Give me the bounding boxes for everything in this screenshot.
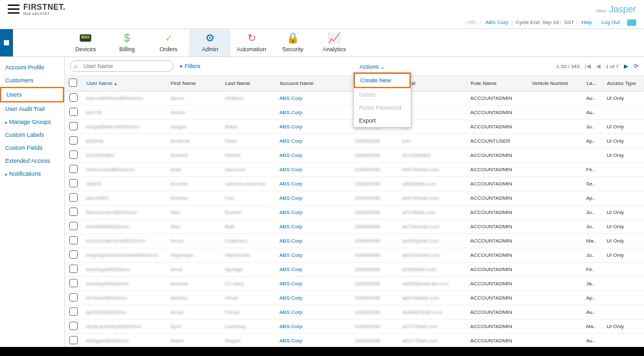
brand-logo: FIRSTNET. Built with AT&T — [23, 3, 65, 16]
nav-analytics[interactable]: 📈Analytics — [314, 29, 355, 56]
sidebar-item-users[interactable]: Users — [0, 87, 64, 102]
row-checkbox[interactable] — [69, 165, 78, 173]
breadcrumb-org[interactable]: mffs — [466, 19, 476, 25]
table-row[interactable]: AprilLaventeyABSDemo April Laventey ABS … — [65, 320, 644, 334]
filters-button[interactable]: Filters — [179, 63, 200, 69]
breadcrumb-account[interactable]: ABS Corp — [485, 19, 509, 25]
col-header[interactable]: La... — [582, 76, 603, 91]
breadcrumb: mffs| ABS Corp| Cycle End: Sep 18| SST| … — [0, 18, 644, 29]
mail-icon[interactable] — [627, 19, 636, 26]
row-checkbox[interactable] — [69, 279, 78, 287]
action-reset-password: Reset Password — [354, 101, 411, 114]
refresh-icon[interactable]: ⟳ — [634, 63, 639, 69]
table-row[interactable]: ap480rABSDemo Annie Parker ABS Corp 1000… — [65, 305, 644, 320]
row-checkbox[interactable] — [69, 136, 78, 145]
sidebar-item-user-audit-trail[interactable]: User Audit Trail — [0, 102, 64, 115]
security-icon: 🔒 — [272, 32, 314, 45]
row-checkbox[interactable] — [69, 236, 78, 244]
automation-icon: ↻ — [231, 32, 272, 45]
page-indicator: 1 of 7 — [606, 64, 619, 69]
analytics-icon: 📈 — [314, 32, 355, 45]
row-checkbox[interactable] — [69, 265, 78, 273]
col-header[interactable]: Role Name — [466, 76, 528, 91]
nav-devices[interactable]: 📟Devices — [65, 29, 106, 56]
breadcrumb-tz: SST — [564, 19, 575, 25]
footer-bar — [0, 347, 644, 356]
search-icon: ⌕ — [74, 62, 78, 69]
search-input[interactable] — [70, 60, 174, 72]
row-checkbox[interactable] — [69, 250, 78, 259]
table-row[interactable]: aoleanyABSadmin Andrew O'Leany ABS Corp … — [65, 277, 644, 291]
table-row[interactable]: AnpeageABSdemo Anne Npeage ABS Corp 1000… — [65, 263, 644, 277]
sidebar-item-account-profile[interactable]: Account Profile — [0, 61, 64, 74]
table-row[interactable]: AlexDumanABSDemo Alex Duman ABS Corp 100… — [65, 206, 644, 220]
breadcrumb-cycle: Cycle End: Sep 18 — [516, 19, 558, 25]
row-checkbox[interactable] — [69, 93, 78, 102]
sidebar-item-extended-access[interactable]: Extended Access — [0, 154, 64, 167]
table-row[interactable]: A12528ABS Andrew Hebert ABS Corp 1000000… — [65, 148, 644, 163]
partner-logo: ciscoJasper — [596, 4, 636, 14]
page-prev-icon[interactable]: ◀ — [596, 63, 601, 69]
row-checkbox[interactable] — [69, 336, 78, 344]
row-checkbox[interactable] — [69, 208, 78, 216]
admin-icon: ⚙ — [189, 32, 231, 45]
actions-menu: Create NewDeleteReset PasswordExport — [353, 72, 411, 128]
help-link[interactable]: Help — [582, 19, 592, 25]
sidebar-item-custom-labels[interactable]: Custom Labels — [0, 128, 64, 141]
search-input-wrap: ⌕ — [70, 60, 174, 72]
nav-collapse-icon[interactable] — [0, 29, 13, 56]
col-header[interactable]: Account Name — [275, 76, 351, 91]
table-row[interactable]: AOliverABSDemo Arliento Oliver ABS Corp … — [65, 291, 644, 305]
col-header[interactable]: Vehicle Number — [528, 76, 582, 91]
row-checkbox[interactable] — [69, 193, 78, 202]
billing-icon: $ — [106, 32, 148, 45]
action-export[interactable]: Export — [354, 114, 411, 127]
col-header[interactable]: Access Type — [603, 76, 643, 91]
menu-icon[interactable] — [8, 5, 19, 14]
row-count: 1-50 / 343 — [557, 64, 580, 69]
sidebar-item-customers[interactable]: Customers — [0, 74, 64, 87]
row-checkbox[interactable] — [69, 122, 78, 130]
row-checkbox[interactable] — [69, 179, 78, 187]
nav-billing[interactable]: $Billing — [106, 29, 148, 56]
col-header[interactable]: User Name — [82, 76, 167, 91]
col-header[interactable]: First Name — [167, 76, 221, 91]
table-row[interactable]: AngeliqueHarrismaleABSDemo Angelique Har… — [65, 248, 644, 263]
logout-link[interactable]: Log Out — [601, 19, 619, 25]
actions-button[interactable]: Actions ⌄ — [360, 64, 385, 70]
table-row[interactable]: AritancockABSDemo Arita Hancock ABS Corp… — [65, 163, 644, 177]
table-row[interactable]: w6803 Annette Johnson-Kearney ABS Corp 1… — [65, 177, 644, 191]
row-checkbox[interactable] — [69, 293, 78, 302]
nav-admin[interactable]: ⚙Admin — [189, 29, 231, 56]
page-first-icon[interactable]: |◀ — [585, 63, 591, 69]
nav-orders[interactable]: ✓Orders — [148, 29, 189, 56]
select-all-checkbox[interactable] — [69, 78, 77, 87]
nav-security[interactable]: 🔒Security — [272, 29, 314, 56]
row-checkbox[interactable] — [69, 108, 78, 116]
row-checkbox[interactable] — [69, 150, 78, 159]
table-row[interactable]: ARageaABSDemo Adam Ragea ABS Corp 100000… — [65, 334, 644, 348]
orders-icon: ✓ — [148, 32, 189, 45]
col-header[interactable] — [65, 76, 82, 91]
table-row[interactable]: akiceABS Andrew Kee ABS Corp 100000048 a… — [65, 191, 644, 206]
devices-icon: 📟 — [65, 32, 106, 45]
sidebar-item-custom-fields[interactable]: Custom Fields — [0, 141, 64, 154]
action-delete: Delete — [354, 88, 411, 101]
action-create-new[interactable]: Create New — [354, 73, 411, 88]
row-checkbox[interactable] — [69, 307, 78, 316]
page-next-icon[interactable]: ▶ — [624, 63, 628, 69]
sidebar-item-notifications[interactable]: Notifications — [0, 167, 64, 180]
nav-automation[interactable]: ↻Automation — [231, 29, 272, 56]
table-row[interactable]: AlexBaffABSDemo Alex Baff ABS Corp 10000… — [65, 220, 644, 234]
table-row[interactable]: ad824a Amanda Dean ABS Corp 100000048 to… — [65, 134, 644, 148]
table-row[interactable]: AmosChalmersABSDemo Amos Chalmers ABS Co… — [65, 234, 644, 248]
row-checkbox[interactable] — [69, 322, 78, 330]
row-checkbox[interactable] — [69, 222, 78, 230]
sidebar-item-manage-groups[interactable]: Manage Groups — [0, 115, 64, 128]
col-header[interactable]: Last Name — [221, 76, 275, 91]
